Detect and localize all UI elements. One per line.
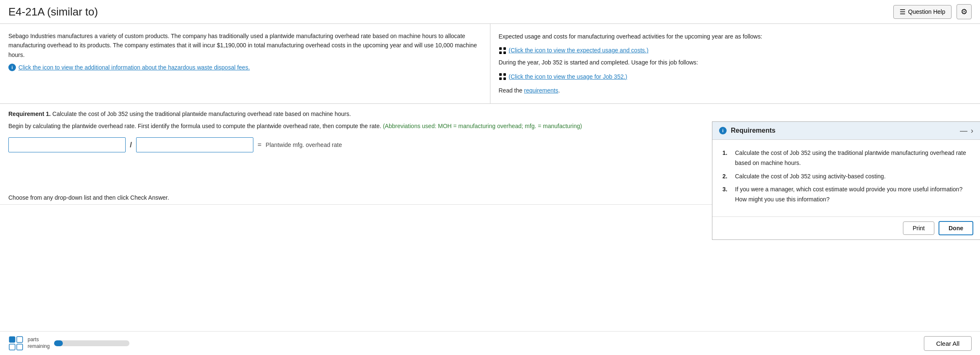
progress-icon [8, 336, 23, 351]
footer-left: parts remaining [8, 336, 129, 351]
settings-button[interactable]: ⚙ [957, 4, 972, 19]
done-button[interactable]: Done [939, 221, 973, 235]
formula-equals: = [258, 141, 261, 149]
req-panel-title: Requirements [731, 127, 776, 134]
req-minimize-button[interactable]: — [960, 127, 967, 134]
header: E4-21A (similar to) ☰ Question Help ⚙ [0, 0, 980, 24]
req-panel-info-icon: i [719, 127, 727, 134]
clear-all-label: Clear All [936, 340, 959, 347]
svg-rect-0 [499, 47, 502, 50]
job352-usage-link[interactable]: (Click the icon to view the usage for Jo… [499, 72, 972, 82]
choose-text-content: Choose from any drop-down list and then … [8, 194, 169, 201]
question-help-button[interactable]: ☰ Question Help [893, 5, 952, 19]
read-requirements-line: Read the requirements. [499, 85, 972, 96]
grid-icon-1 [499, 47, 506, 54]
svg-rect-4 [499, 73, 502, 76]
requirement-label: Requirement 1. [8, 111, 51, 117]
req-num-3: 3. [722, 185, 731, 205]
svg-rect-5 [503, 73, 506, 76]
req-item-3: 3. If you were a manager, which cost est… [722, 185, 970, 205]
req-item-2: 2. Calculate the cost of Job 352 using a… [722, 172, 970, 182]
svg-rect-2 [499, 51, 502, 54]
formula-label: Plantwide mfg. overhead rate [266, 141, 342, 148]
req-panel-footer: Print Done [712, 216, 980, 239]
period: . [558, 87, 560, 94]
requirement-title: Requirement 1. Calculate the cost of Job… [8, 111, 972, 117]
expected-usage-link-text[interactable]: (Click the icon to view the expected usa… [509, 45, 649, 56]
svg-rect-6 [499, 77, 502, 80]
job352-usage-link-text[interactable]: (Click the icon to view the usage for Jo… [509, 72, 627, 82]
clear-all-button[interactable]: Clear All [924, 336, 972, 351]
svg-rect-9 [9, 344, 15, 350]
progress-bar [54, 340, 129, 346]
grid-icon-2 [499, 73, 506, 80]
info-circle-icon: i [8, 64, 16, 71]
hazardous-waste-link[interactable]: i Click the icon to view the additional … [8, 63, 482, 72]
page-title: E4-21A (similar to) [8, 5, 98, 18]
print-label: Print [913, 225, 925, 232]
req-item-1: 1. Calculate the cost of Job 352 using t… [722, 148, 970, 168]
req-text-2: Calculate the cost of Job 352 using acti… [735, 172, 886, 182]
title-text: E4-21A [8, 5, 44, 18]
req-arrow-button[interactable]: › [971, 127, 973, 134]
progress-bar-fill [54, 340, 63, 346]
question-help-label: Question Help [908, 8, 945, 15]
print-button[interactable]: Print [903, 221, 934, 235]
req-panel-body: 1. Calculate the cost of Job 352 using t… [712, 140, 980, 216]
done-label: Done [949, 225, 963, 232]
gear-icon: ⚙ [961, 7, 967, 16]
info-left-paragraph: Sebago Industries manufactures a variety… [8, 31, 482, 59]
info-left-panel: Sebago Industries manufactures a variety… [0, 24, 490, 103]
info-right-line1: Expected usage and costs for manufacturi… [499, 31, 972, 42]
parts-remaining: parts remaining [28, 337, 50, 350]
svg-rect-7 [503, 77, 506, 80]
req-panel-header-right: — › [960, 127, 973, 134]
info-right-line2: During the year, Job 352 is started and … [499, 57, 972, 68]
svg-rect-1 [503, 47, 506, 50]
info-right-panel: Expected usage and costs for manufacturi… [490, 24, 980, 103]
req-num-2: 2. [722, 172, 731, 182]
req-text-1: Calculate the cost of Job 352 using the … [735, 148, 970, 168]
formula-input-2[interactable] [136, 137, 253, 152]
remaining-label: remaining [28, 343, 50, 350]
footer: parts remaining Clear All [0, 331, 980, 355]
begin-text-green: (Abbreviations used: MOH = manufacturing… [383, 123, 582, 129]
requirements-panel: i Requirements — › 1. Calculate the cost… [712, 121, 980, 240]
formula-divider: / [130, 141, 132, 149]
requirements-link[interactable]: requirements [524, 87, 558, 94]
req-text-3: If you were a manager, which cost estima… [735, 185, 970, 205]
svg-rect-8 [9, 337, 15, 342]
req-panel-header-left: i Requirements [719, 127, 776, 134]
header-actions: ☰ Question Help ⚙ [893, 4, 972, 19]
req-num-1: 1. [722, 148, 731, 168]
formula-input-1[interactable] [8, 137, 126, 152]
requirement-text: Calculate the cost of Job 352 using the … [51, 111, 351, 117]
parts-label: parts [28, 337, 50, 343]
title-suffix: (similar to) [44, 5, 98, 18]
hazardous-waste-link-text[interactable]: Click the icon to view the additional in… [18, 63, 250, 72]
svg-rect-11 [17, 344, 23, 350]
info-section: Sebago Industries manufactures a variety… [0, 24, 980, 104]
svg-rect-10 [17, 337, 23, 342]
begin-text-main: Begin by calculating the plantwide overh… [8, 123, 381, 129]
list-icon: ☰ [900, 8, 905, 16]
read-text: Read the [499, 87, 523, 94]
req-panel-header: i Requirements — › [712, 122, 980, 140]
svg-rect-3 [503, 51, 506, 54]
expected-usage-link[interactable]: (Click the icon to view the expected usa… [499, 45, 972, 56]
